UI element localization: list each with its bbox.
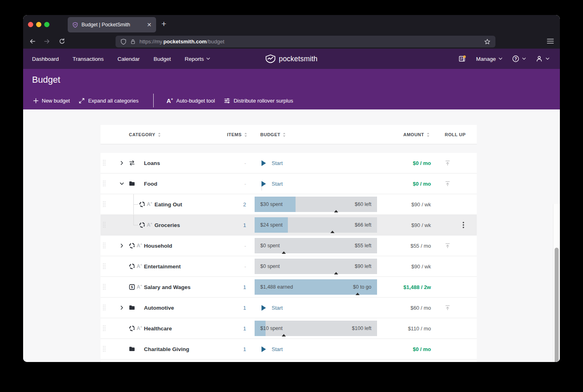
column-category[interactable]: CATEGORY xyxy=(129,125,161,144)
category-label[interactable]: Automotive xyxy=(144,305,174,311)
items-count[interactable]: 1 xyxy=(218,284,246,290)
items-count[interactable]: 1 xyxy=(218,346,246,352)
drag-handle-icon[interactable] xyxy=(103,304,106,311)
category-label[interactable]: Loans xyxy=(144,160,160,166)
tree-connector xyxy=(133,225,138,225)
budget-progress-bar[interactable]: $0 spent$55 left xyxy=(255,238,377,253)
start-budget-button[interactable]: Start xyxy=(261,181,283,187)
table-row: A+Eating Out2$30 spent$60 left$90 / wk xyxy=(101,194,477,215)
play-icon xyxy=(261,160,266,166)
nav-item-calendar[interactable]: Calendar xyxy=(118,56,140,62)
items-count[interactable]: 1 xyxy=(218,305,246,311)
nav-item-budget[interactable]: Budget xyxy=(154,56,171,62)
drag-handle-icon[interactable] xyxy=(103,325,106,332)
category-label[interactable]: Salary and Wages xyxy=(144,284,191,290)
rollup-icon[interactable] xyxy=(444,160,451,166)
lock-icon[interactable] xyxy=(130,39,136,45)
menu-icon[interactable] xyxy=(547,38,554,46)
rollup-icon[interactable] xyxy=(444,180,451,187)
budget-progress-bar[interactable]: $30 spent$60 left xyxy=(255,197,377,212)
table-row: $A+Salary and Wages1$1,488 earned$0 to g… xyxy=(101,277,477,298)
drag-handle-icon[interactable] xyxy=(103,160,106,167)
income-icon: $ xyxy=(129,284,135,290)
nav-item-transactions[interactable]: Transactions xyxy=(73,56,104,62)
start-budget-button[interactable]: Start xyxy=(261,160,283,166)
expand-all-categories-button[interactable]: Expand all categories xyxy=(79,98,138,104)
rollup-icon[interactable] xyxy=(444,304,451,311)
browser-tab[interactable]: Budget | PocketSmith ✕ xyxy=(68,17,156,32)
items-count[interactable]: 1 xyxy=(218,222,246,228)
drag-handle-icon[interactable] xyxy=(103,222,106,229)
manage-menu[interactable]: Manage xyxy=(476,56,502,62)
category-label[interactable]: Healthcare xyxy=(144,326,172,332)
drag-handle-icon[interactable] xyxy=(103,180,106,187)
scrollbar[interactable] xyxy=(553,204,560,362)
chevron-right-icon[interactable] xyxy=(120,244,124,248)
chevron-right-icon[interactable] xyxy=(120,161,124,165)
items-count[interactable]: 1 xyxy=(218,326,246,332)
new-budget-button[interactable]: New budget xyxy=(33,98,70,104)
url-bar[interactable]: https://my.pocketsmith.com/budget xyxy=(116,36,495,47)
table-row: Automotive1Start$60 / mo xyxy=(101,298,477,318)
logo-shield-icon xyxy=(266,54,276,63)
budget-progress-bar[interactable]: $0 spent$90 left xyxy=(255,259,377,274)
items-count[interactable]: 2 xyxy=(218,201,246,208)
start-budget-button[interactable]: Start xyxy=(261,346,283,352)
budget-spent-label: $30 spent xyxy=(260,201,283,207)
minimize-window-button[interactable] xyxy=(36,22,41,27)
amount-value: $0 / mo xyxy=(413,346,431,352)
reload-icon[interactable] xyxy=(59,38,65,46)
rollup-icon[interactable] xyxy=(444,242,451,249)
category-label[interactable]: Eating Out xyxy=(154,201,182,208)
category-label[interactable]: Household xyxy=(144,243,172,249)
news-icon[interactable] xyxy=(459,55,466,62)
category-label[interactable]: Food xyxy=(144,181,157,187)
site-navbar: Dashboard Transactions Calendar Budget R… xyxy=(23,49,560,69)
budget-spent-label: $0 spent xyxy=(260,263,280,269)
plus-icon xyxy=(33,98,39,103)
drag-handle-icon[interactable] xyxy=(103,284,106,291)
chevron-right-icon[interactable] xyxy=(120,306,124,310)
column-budget[interactable]: BUDGET xyxy=(260,125,286,144)
start-budget-button[interactable]: Start xyxy=(261,305,283,311)
scrollbar-thumb[interactable] xyxy=(555,248,559,362)
rollover-icon xyxy=(129,326,135,332)
drag-handle-icon[interactable] xyxy=(103,242,106,249)
category-label[interactable]: Groceries xyxy=(154,222,180,228)
close-tab-icon[interactable]: ✕ xyxy=(147,21,152,28)
column-items[interactable]: ITEMS xyxy=(206,125,247,144)
rollover-icon xyxy=(139,201,145,208)
account-menu[interactable] xyxy=(536,55,549,62)
budget-progress-bar[interactable]: $24 spent$66 left xyxy=(255,217,377,233)
nav-item-dashboard[interactable]: Dashboard xyxy=(32,56,59,62)
column-amount[interactable]: AMOUNT xyxy=(403,125,430,144)
help-menu[interactable]: ? xyxy=(512,55,526,62)
new-tab-button[interactable]: + xyxy=(161,19,166,29)
auto-budget-tool-button[interactable]: A+ Auto-budget tool xyxy=(167,97,215,104)
bookmark-star-icon[interactable] xyxy=(484,39,491,45)
page-actions: New budget Expand all categories A+ Auto… xyxy=(33,94,302,107)
close-window-button[interactable] xyxy=(28,22,33,27)
drag-handle-icon[interactable] xyxy=(103,263,106,270)
budget-progress-bar[interactable]: $1,488 earned$0 to go xyxy=(255,279,377,295)
drag-handle-icon[interactable] xyxy=(103,201,106,208)
kebab-menu-icon[interactable] xyxy=(463,222,464,228)
budget-left-label: $55 left xyxy=(355,243,371,248)
nav-item-reports[interactable]: Reports xyxy=(184,56,210,62)
back-icon[interactable] xyxy=(29,38,36,46)
category-label[interactable]: Entertainment xyxy=(144,263,181,270)
zoom-window-button[interactable] xyxy=(44,22,49,27)
pocketsmith-logo[interactable]: pocketsmith xyxy=(266,49,318,69)
forward-icon[interactable] xyxy=(44,38,50,46)
chevron-down-icon[interactable] xyxy=(120,182,124,186)
drag-handle-icon[interactable] xyxy=(103,346,106,353)
tracking-shield-icon[interactable] xyxy=(120,39,126,45)
svg-text:?: ? xyxy=(514,57,517,61)
category-label[interactable]: Charitable Giving xyxy=(144,346,189,352)
amount-value: $60 / mo xyxy=(410,305,431,311)
distribute-rollover-button[interactable]: Distribute rollover surplus xyxy=(224,98,293,104)
tree-connector xyxy=(133,215,134,225)
budget-progress-bar[interactable]: $10 spent$100 left xyxy=(255,321,377,336)
budget-spent-label: $10 spent xyxy=(260,326,283,331)
pace-marker-icon xyxy=(330,231,334,233)
